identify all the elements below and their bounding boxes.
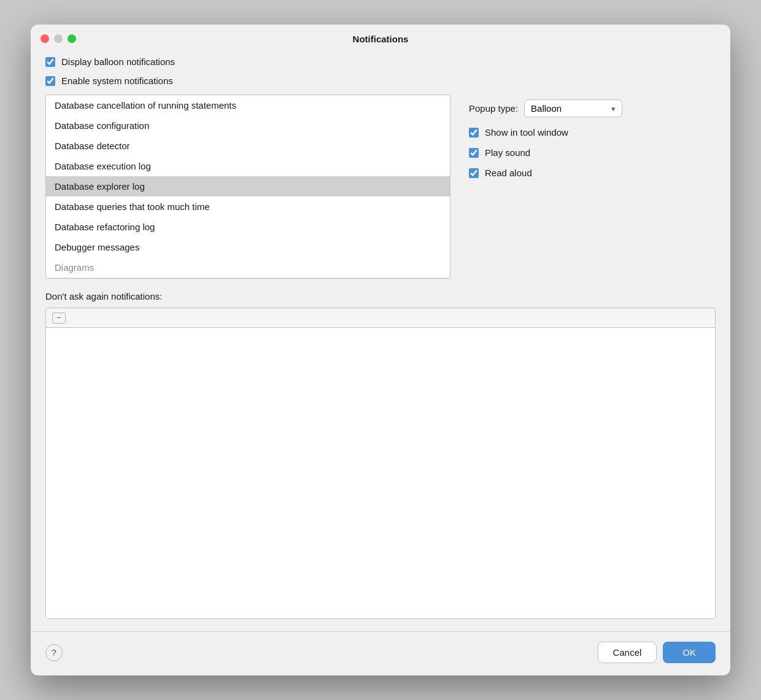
dont-ask-section: Don't ask again notifications: − bbox=[45, 291, 716, 619]
dont-ask-label: Don't ask again notifications: bbox=[45, 291, 716, 301]
show-tool-window-label[interactable]: Show in tool window bbox=[485, 127, 568, 138]
popup-type-label: Popup type: bbox=[469, 103, 518, 114]
enable-system-row: Enable system notifications bbox=[45, 76, 716, 86]
footer-buttons: Cancel OK bbox=[598, 642, 716, 663]
play-sound-label[interactable]: Play sound bbox=[485, 147, 530, 158]
dialog-content: Display balloon notifications Enable sys… bbox=[31, 50, 730, 631]
window-controls bbox=[41, 34, 76, 43]
list-item[interactable]: Database cancellation of running stateme… bbox=[46, 95, 450, 115]
cancel-button[interactable]: Cancel bbox=[598, 642, 657, 663]
list-item[interactable]: Database refactoring log bbox=[46, 217, 450, 237]
dont-ask-toolbar: − bbox=[46, 308, 715, 328]
list-item[interactable]: Database configuration bbox=[46, 115, 450, 136]
maximize-button[interactable] bbox=[68, 34, 76, 43]
list-item[interactable]: Database detector bbox=[46, 136, 450, 156]
notifications-list: Database cancellation of running stateme… bbox=[45, 95, 450, 279]
show-tool-window-row: Show in tool window bbox=[469, 127, 716, 138]
title-bar: Notifications bbox=[31, 25, 730, 50]
list-item-selected[interactable]: Database explorer log bbox=[46, 176, 450, 196]
popup-type-select[interactable]: Balloon Tool window None bbox=[524, 99, 622, 117]
list-item[interactable]: Database execution log bbox=[46, 156, 450, 176]
play-sound-checkbox[interactable] bbox=[469, 148, 479, 158]
play-sound-row: Play sound bbox=[469, 147, 716, 158]
display-balloon-checkbox[interactable] bbox=[45, 57, 55, 67]
read-aloud-row: Read aloud bbox=[469, 168, 716, 178]
notifications-dialog: Notifications Display balloon notificati… bbox=[31, 25, 730, 675]
main-area: Database cancellation of running stateme… bbox=[45, 95, 716, 279]
dialog-footer: ? Cancel OK bbox=[31, 631, 730, 675]
enable-system-label[interactable]: Enable system notifications bbox=[61, 76, 173, 86]
show-tool-window-checkbox[interactable] bbox=[469, 128, 479, 138]
list-item[interactable]: Diagrams bbox=[46, 257, 450, 278]
right-panel: Popup type: Balloon Tool window None Sho… bbox=[469, 95, 716, 279]
display-balloon-row: Display balloon notifications bbox=[45, 56, 716, 67]
popup-type-row: Popup type: Balloon Tool window None bbox=[469, 99, 716, 117]
minimize-button[interactable] bbox=[54, 34, 63, 43]
remove-button[interactable]: − bbox=[52, 313, 66, 324]
list-item[interactable]: Debugger messages bbox=[46, 237, 450, 257]
dialog-title: Notifications bbox=[353, 34, 409, 44]
enable-system-checkbox[interactable] bbox=[45, 76, 55, 86]
display-balloon-label[interactable]: Display balloon notifications bbox=[61, 56, 175, 67]
read-aloud-label[interactable]: Read aloud bbox=[485, 168, 532, 178]
popup-type-select-wrapper: Balloon Tool window None bbox=[524, 99, 622, 117]
dont-ask-body bbox=[46, 328, 715, 618]
read-aloud-checkbox[interactable] bbox=[469, 168, 479, 178]
help-button[interactable]: ? bbox=[45, 644, 63, 661]
list-item[interactable]: Database queries that took much time bbox=[46, 196, 450, 217]
ok-button[interactable]: OK bbox=[663, 642, 716, 663]
close-button[interactable] bbox=[41, 34, 49, 43]
dont-ask-container: − bbox=[45, 308, 716, 619]
